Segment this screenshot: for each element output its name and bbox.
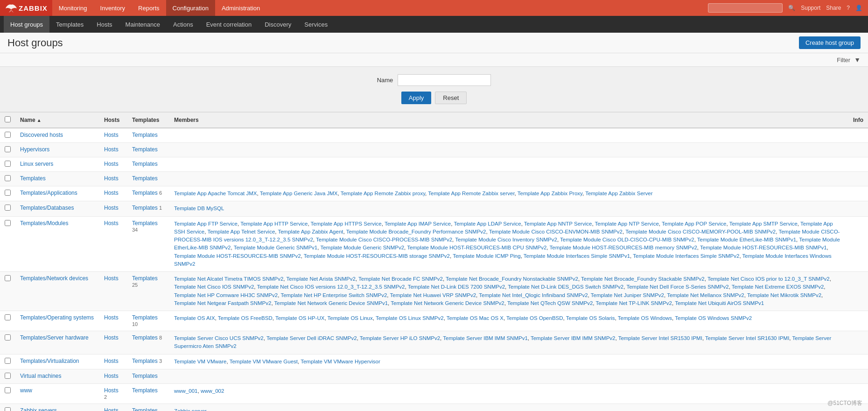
- member-link[interactable]: Template Net Network Generic Device SNMP…: [391, 300, 504, 306]
- templates-link[interactable]: Templates: [132, 205, 158, 211]
- member-link[interactable]: Template App Apache Tomcat JMX: [174, 191, 257, 196]
- group-name-link[interactable]: Templates/Operating systems: [20, 314, 94, 321]
- name-header[interactable]: Name▲: [15, 113, 99, 128]
- hosts-link[interactable]: Hosts: [104, 275, 119, 282]
- group-name-link[interactable]: Hypervisors: [20, 146, 49, 153]
- member-link[interactable]: Template Net Brocade_Foundry Stackable S…: [581, 276, 705, 282]
- member-link[interactable]: Template Net Brocade_Foundry Nonstackabl…: [446, 276, 578, 282]
- hosts-link[interactable]: Hosts: [104, 373, 119, 379]
- member-link[interactable]: Template Module Cisco CISCO-PROCESS-MIB …: [316, 237, 452, 242]
- member-link[interactable]: Template Net D-Link DES_DGS Switch SNMPv…: [508, 284, 623, 290]
- member-link[interactable]: Template Module Cisco Inventory SNMPv2: [455, 237, 557, 242]
- member-link[interactable]: Template App Zabbix Proxy: [518, 191, 582, 196]
- row-checkbox[interactable]: [5, 132, 11, 138]
- member-link[interactable]: Template App Telnet Service: [207, 229, 275, 234]
- nav-administration[interactable]: Administration: [215, 0, 266, 16]
- hosts-link[interactable]: Hosts: [104, 334, 119, 341]
- subnav-host-groups[interactable]: Host groups: [4, 16, 49, 33]
- member-link[interactable]: Template Net Juniper SNMPv2: [591, 292, 664, 298]
- nav-inventory[interactable]: Inventory: [94, 0, 132, 16]
- member-link[interactable]: Template Server IBM IMM SNMPv1: [443, 335, 527, 341]
- member-link[interactable]: Template Net Arista SNMPv2: [287, 276, 356, 282]
- member-link[interactable]: Template App NNTP Service: [524, 221, 592, 227]
- member-link[interactable]: Template OS OpenBSD: [506, 315, 563, 321]
- group-name-link[interactable]: www: [20, 387, 32, 394]
- hosts-link[interactable]: Hosts: [104, 190, 119, 196]
- subnav-maintenance[interactable]: Maintenance: [119, 16, 167, 33]
- member-link[interactable]: Template App Remote Zabbix server: [428, 191, 514, 196]
- row-checkbox[interactable]: [5, 275, 11, 281]
- hosts-link[interactable]: Hosts: [104, 407, 119, 411]
- member-link[interactable]: Template Module ICMP Ping: [453, 253, 521, 259]
- row-checkbox[interactable]: [5, 373, 11, 379]
- group-name-link[interactable]: Templates/Server hardware: [20, 334, 89, 341]
- templates-link[interactable]: Templates: [132, 161, 158, 167]
- member-link[interactable]: Template App FTP Service: [174, 221, 238, 227]
- check-all-checkbox[interactable]: [5, 116, 11, 122]
- templates-link[interactable]: Templates: [132, 190, 158, 196]
- logo[interactable]: ZABBIX: [0, 0, 52, 16]
- group-name-link[interactable]: Zabbix servers: [20, 407, 57, 411]
- templates-link[interactable]: Templates: [132, 220, 158, 227]
- row-checkbox[interactable]: [5, 314, 11, 320]
- member-link[interactable]: Template Module Cisco OLD-CISCO-CPU-MIB …: [560, 237, 694, 242]
- member-link[interactable]: Template Net Brocade FC SNMPv2: [358, 276, 443, 282]
- member-link[interactable]: Template Module HOST-RESOURCES-MIB CPU S…: [407, 245, 546, 250]
- member-link[interactable]: Template Module HOST-RESOURCES-MIB SNMPv…: [174, 253, 301, 259]
- member-link[interactable]: Template Server HP iLO SNMPv2: [360, 335, 440, 341]
- templates-link[interactable]: Templates: [132, 387, 158, 394]
- create-host-group-button[interactable]: Create host group: [799, 36, 861, 49]
- hosts-link[interactable]: Hosts: [104, 358, 119, 364]
- member-link[interactable]: Template VM VMware Hypervisor: [301, 359, 380, 364]
- member-link[interactable]: Template App Zabbix Agent: [278, 229, 343, 234]
- name-filter-input[interactable]: [398, 74, 491, 86]
- group-name-link[interactable]: Templates: [20, 175, 46, 182]
- apply-button[interactable]: Apply: [401, 92, 432, 104]
- subnav-templates[interactable]: Templates: [49, 16, 90, 33]
- member-link[interactable]: Template OS Linux SNMPv2: [376, 315, 444, 321]
- member-link[interactable]: Template Module Brocade_Foundry Performa…: [346, 229, 486, 234]
- row-checkbox[interactable]: [5, 205, 11, 211]
- member-link[interactable]: Template OS Solaris: [566, 315, 615, 321]
- row-checkbox[interactable]: [5, 161, 11, 167]
- member-link[interactable]: Template Net Cisco IOS prior to 12.0_3_T…: [707, 276, 830, 282]
- search-input[interactable]: [708, 3, 783, 13]
- member-link[interactable]: Template Module Interfaces Simple SNMPv2: [633, 253, 739, 259]
- hosts-link[interactable]: Hosts: [104, 205, 119, 211]
- member-link[interactable]: Template Module Cisco CISCO-ENVMON-MIB S…: [489, 229, 623, 234]
- member-link[interactable]: Template App IMAP Service: [385, 221, 451, 227]
- group-name-link[interactable]: Templates/Databases: [20, 205, 74, 211]
- member-link[interactable]: Template Module Generic SNMPv1: [234, 245, 318, 250]
- member-link[interactable]: Template Net Cisco IOS SNMPv2: [174, 284, 254, 290]
- subnav-discovery[interactable]: Discovery: [258, 16, 298, 33]
- share-link[interactable]: Share: [826, 5, 841, 11]
- member-link[interactable]: Template Net Alcatel Timetra TIMOS SNMPv…: [174, 276, 283, 282]
- templates-link[interactable]: Templates: [132, 314, 158, 321]
- templates-link[interactable]: Templates: [132, 407, 158, 411]
- member-link[interactable]: Template App Remote Zabbix proxy: [341, 191, 425, 196]
- support-link[interactable]: Support: [801, 5, 820, 11]
- member-link[interactable]: Template OS Mac OS X: [447, 315, 504, 321]
- filter-icon[interactable]: ▼: [854, 56, 861, 64]
- templates-link[interactable]: Templates: [132, 275, 158, 282]
- row-checkbox[interactable]: [5, 407, 11, 411]
- search-icon[interactable]: 🔍: [788, 5, 795, 11]
- member-link[interactable]: Template Module Generic SNMPv2: [320, 245, 404, 250]
- member-link[interactable]: Template Net Dell Force S-Series SNMPv2: [626, 284, 728, 290]
- hosts-link[interactable]: Hosts: [104, 314, 119, 321]
- nav-reports[interactable]: Reports: [132, 0, 166, 16]
- member-link[interactable]: Template OS Linux: [328, 315, 373, 321]
- member-link[interactable]: Template App Zabbix Server: [585, 191, 652, 196]
- subnav-actions[interactable]: Actions: [167, 16, 200, 33]
- member-link[interactable]: Template Net QTech QSW SNMPv2: [507, 300, 593, 306]
- member-link[interactable]: Template App HTTP Service: [240, 221, 308, 227]
- member-link[interactable]: Template App LDAP Service: [454, 221, 521, 227]
- member-link[interactable]: Template Server Intel SR1530 IPMI: [618, 335, 702, 341]
- member-link[interactable]: Template Net Netgear Fastpath SNMPv2: [174, 300, 271, 306]
- subnav-event-correlation[interactable]: Event correlation: [200, 16, 259, 33]
- templates-link[interactable]: Templates: [132, 358, 158, 364]
- member-link[interactable]: Template Net Intel_Qlogic Infiniband SNM…: [479, 292, 588, 298]
- templates-link[interactable]: Templates: [132, 132, 158, 138]
- row-checkbox[interactable]: [5, 334, 11, 340]
- member-link[interactable]: Template Module Interfaces Simple SNMPv1: [524, 253, 630, 259]
